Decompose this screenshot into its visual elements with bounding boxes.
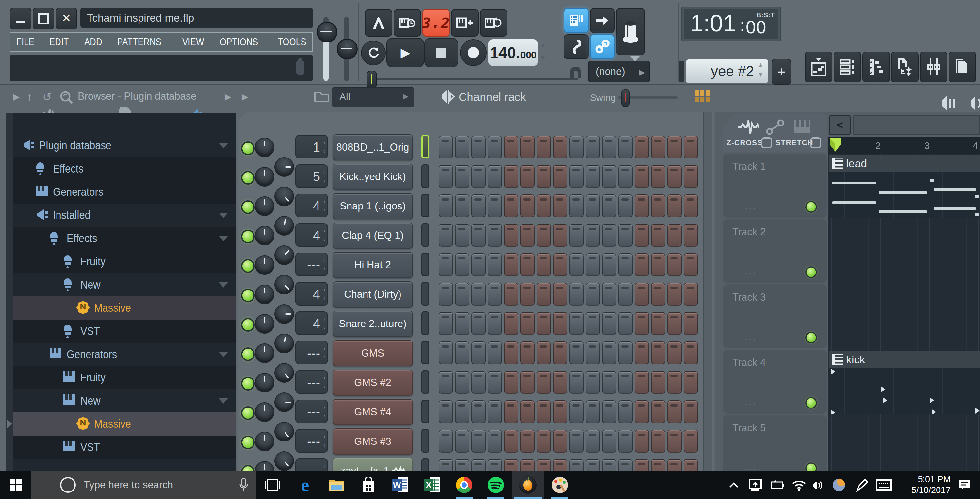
step-button[interactable] [667, 136, 682, 158]
step-button[interactable] [488, 136, 502, 158]
channel-enable-led[interactable] [241, 259, 255, 273]
step-button[interactable] [439, 312, 453, 335]
step-button[interactable] [635, 341, 649, 364]
step-button[interactable] [667, 312, 682, 335]
step-button[interactable] [537, 312, 551, 335]
countdown-button[interactable]: 3.2 [422, 9, 450, 37]
step-button[interactable] [553, 165, 568, 188]
automation-mode-icon[interactable] [766, 119, 785, 135]
step-button[interactable] [651, 283, 665, 306]
step-button[interactable] [553, 312, 568, 335]
channel-pan-knob[interactable] [255, 343, 274, 363]
step-button[interactable] [602, 194, 616, 217]
tree-item-generators[interactable]: Generators [13, 343, 236, 366]
step-button[interactable] [537, 400, 551, 423]
channel-pan-knob[interactable] [255, 461, 274, 470]
step-button[interactable] [651, 312, 665, 335]
step-button[interactable] [586, 224, 600, 247]
tree-item-vst[interactable]: VST [13, 435, 236, 459]
step-button[interactable] [586, 371, 600, 394]
channel-enable-led[interactable] [241, 171, 255, 185]
browser-up-icon[interactable]: ↑ [27, 91, 32, 103]
record-button[interactable] [460, 39, 487, 66]
channel-name-button[interactable]: Kick..yed Kick) [332, 164, 413, 190]
rack-menu-icon[interactable]: ▶ [242, 92, 248, 102]
step-button[interactable] [586, 136, 600, 158]
channel-name-button[interactable]: zayt.._fx_1 [332, 458, 413, 470]
step-jump-button[interactable] [564, 34, 589, 59]
step-button[interactable] [618, 371, 633, 394]
channel-rack-view-button[interactable] [834, 52, 861, 82]
step-button[interactable] [455, 400, 469, 423]
channel-enable-led[interactable] [241, 200, 255, 214]
arrow-next-button[interactable] [590, 8, 615, 33]
song-loop-button[interactable] [361, 40, 386, 65]
step-button[interactable] [602, 312, 616, 335]
channel-name-button[interactable]: GMS [332, 340, 413, 366]
step-button[interactable] [439, 430, 453, 453]
channel-target-selector[interactable] [422, 194, 429, 217]
taskbar-app-fl-studio[interactable] [512, 470, 544, 499]
playlist-timeline[interactable]: 234 [829, 137, 980, 154]
step-button[interactable] [602, 430, 616, 453]
step-button[interactable] [488, 283, 502, 306]
tempo-display[interactable]: 140. 000 [488, 39, 538, 66]
channel-target-selector[interactable] [422, 282, 429, 306]
preview-tool-icon[interactable] [970, 96, 980, 111]
channel-target-selector[interactable] [422, 311, 429, 335]
step-button[interactable] [504, 459, 519, 470]
tray-keyboard-icon[interactable] [874, 470, 894, 499]
playback-tool-icon[interactable] [941, 96, 961, 111]
taskbar-app-word[interactable]: W [385, 470, 416, 499]
step-button[interactable] [651, 136, 665, 158]
step-button[interactable] [586, 194, 600, 217]
channel-display[interactable]: 1 [295, 135, 328, 158]
step-button[interactable] [570, 194, 584, 217]
step-button[interactable] [667, 253, 682, 276]
step-button[interactable] [439, 194, 453, 217]
menu-item-add[interactable]: ADD [84, 36, 102, 48]
step-button[interactable] [439, 459, 453, 470]
track-options-dots[interactable]: ··· [745, 203, 757, 213]
add-pattern-button[interactable]: + [772, 59, 791, 85]
master-volume-knob[interactable] [317, 22, 337, 43]
track-options-dots[interactable]: ··· [745, 399, 757, 409]
step-button[interactable] [520, 165, 535, 188]
step-button[interactable] [471, 165, 486, 188]
step-button[interactable] [471, 459, 486, 470]
project-info-button[interactable] [949, 52, 976, 82]
step-button[interactable] [602, 341, 616, 364]
step-button[interactable] [553, 400, 568, 423]
channel-enable-led[interactable] [241, 318, 255, 332]
channel-enable-led[interactable] [241, 142, 255, 155]
tree-item-generators[interactable]: Generators [13, 180, 236, 204]
step-button[interactable] [586, 341, 600, 364]
channel-enable-led[interactable] [241, 289, 255, 302]
browser-view-button[interactable] [891, 52, 919, 82]
step-button[interactable] [455, 371, 469, 394]
step-button[interactable] [504, 312, 519, 335]
step-button[interactable] [553, 253, 568, 276]
channel-pan-knob[interactable] [255, 196, 274, 216]
menu-item-view[interactable]: VIEW [182, 36, 204, 48]
step-button[interactable] [520, 283, 535, 306]
channel-target-selector[interactable] [422, 223, 429, 247]
tray-account-icon[interactable] [829, 470, 849, 499]
step-button[interactable] [602, 165, 616, 188]
pattern-mode-icon[interactable] [794, 119, 811, 134]
step-button[interactable] [684, 400, 698, 423]
step-button[interactable] [586, 165, 600, 188]
step-button[interactable] [667, 371, 682, 394]
step-button[interactable] [520, 312, 535, 335]
step-button[interactable] [618, 165, 633, 188]
channel-target-selector[interactable] [422, 164, 429, 188]
step-button[interactable] [586, 312, 600, 335]
tree-item-fruity[interactable]: Fruity [13, 366, 236, 389]
link-button[interactable] [590, 34, 615, 59]
step-button[interactable] [684, 165, 698, 188]
step-button[interactable] [488, 224, 502, 247]
track-enable-led[interactable] [805, 397, 817, 409]
step-button[interactable] [488, 371, 502, 394]
channel-pan-knob[interactable] [255, 226, 274, 246]
browser-refresh-icon[interactable]: ↻ [43, 91, 52, 104]
